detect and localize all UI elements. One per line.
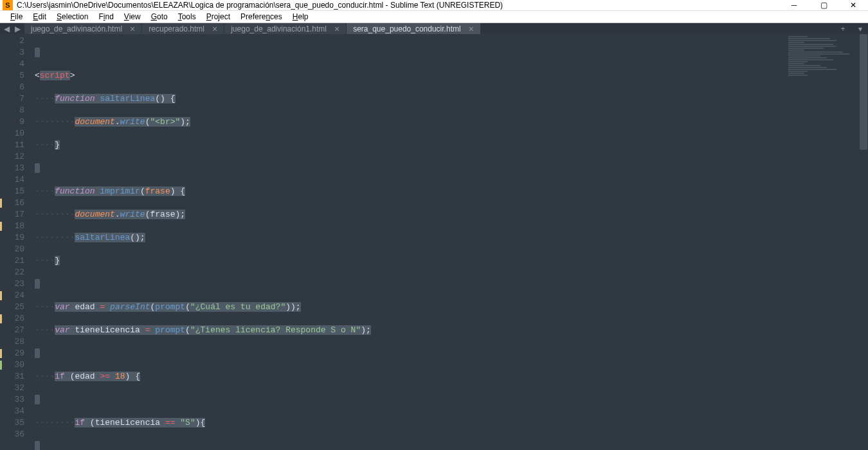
line-number: 19: [0, 232, 24, 244]
tab-juego-adivinacion[interactable]: juego_de_adivinación.html ×: [24, 23, 142, 34]
window-title: C:\Users\jasmin\OneDrive\Documentos\ELEA…: [17, 1, 779, 10]
close-icon[interactable]: ×: [212, 24, 217, 34]
tab-label: sera_que_puedo_conducir.html: [353, 24, 460, 33]
menu-file[interactable]: File: [5, 11, 28, 22]
line-number: 24: [0, 290, 24, 302]
line-number: 14: [0, 174, 24, 186]
menu-goto[interactable]: Goto: [146, 11, 173, 22]
line-number: 22: [0, 267, 24, 278]
line-number: 32: [0, 382, 24, 394]
menu-edit[interactable]: Edit: [28, 11, 51, 22]
tab-history-nav: ◀ ▶: [0, 23, 24, 34]
line-number: 5: [0, 70, 24, 82]
app-icon: S: [3, 0, 13, 10]
nav-back-icon[interactable]: ◀: [4, 24, 10, 33]
line-number: 17: [0, 209, 24, 221]
line-number: 16: [0, 197, 24, 209]
line-number: 2: [0, 35, 24, 47]
menu-project[interactable]: Project: [201, 11, 235, 22]
line-number: 6: [0, 82, 24, 93]
tab-sera-que-puedo-conducir[interactable]: sera_que_puedo_conducir.html ×: [347, 23, 481, 34]
window-controls: ─ ▢ ✕: [779, 0, 868, 10]
line-number: 26: [0, 313, 24, 325]
line-number: 8: [0, 105, 24, 116]
line-number: 3: [0, 47, 24, 59]
tab-dropdown-icon[interactable]: ▾: [853, 23, 868, 34]
line-number: 27: [0, 325, 24, 336]
tab-juego-adivinacion1[interactable]: juego_de_adivinación1.html ×: [224, 23, 347, 34]
minimize-button[interactable]: ─: [779, 0, 809, 10]
line-number: 18: [0, 221, 24, 232]
line-number: 9: [0, 116, 24, 128]
editor[interactable]: 2 3 4 5 6 7 8 9 10 11 12 13 14 15 16 17 …: [0, 34, 868, 450]
tab-label: juego_de_adivinación.html: [31, 24, 122, 33]
titlebar: S C:\Users\jasmin\OneDrive\Documentos\EL…: [0, 0, 868, 11]
line-number: 35: [0, 417, 24, 429]
menu-preferences[interactable]: Preferences: [235, 11, 287, 22]
code-area[interactable]: <script> ····function·saltarLinea()·{ ··…: [30, 34, 868, 450]
line-number: 13: [0, 163, 24, 174]
line-number: 30: [0, 359, 24, 371]
close-icon[interactable]: ×: [334, 24, 339, 34]
menu-selection[interactable]: Selection: [51, 11, 93, 22]
vertical-scrollbar[interactable]: [859, 34, 868, 450]
tab-label: recuperado.html: [149, 24, 204, 33]
maximize-button[interactable]: ▢: [809, 0, 838, 10]
menu-tools[interactable]: Tools: [173, 11, 201, 22]
menubar: File Edit Selection Find View Goto Tools…: [0, 11, 868, 23]
nav-forward-icon[interactable]: ▶: [15, 24, 21, 33]
tab-label: juego_de_adivinación1.html: [231, 24, 327, 33]
line-number: 10: [0, 128, 24, 140]
line-number: 25: [0, 302, 24, 313]
new-tab-button[interactable]: +: [833, 23, 853, 34]
line-number: 29: [0, 348, 24, 359]
scrollbar-thumb[interactable]: [860, 34, 867, 150]
menu-find[interactable]: Find: [93, 11, 118, 22]
line-number: 15: [0, 186, 24, 197]
line-number: 36: [0, 429, 24, 440]
line-number: 31: [0, 371, 24, 382]
line-number: 20: [0, 244, 24, 255]
line-number: 12: [0, 151, 24, 163]
line-number: 4: [0, 59, 24, 70]
line-number: 11: [0, 140, 24, 151]
tab-recuperado[interactable]: recuperado.html ×: [142, 23, 224, 34]
tabbar: ◀ ▶ juego_de_adivinación.html × recupera…: [0, 23, 868, 34]
line-number: 7: [0, 93, 24, 105]
close-button[interactable]: ✕: [838, 0, 868, 10]
close-icon[interactable]: ×: [130, 24, 135, 34]
close-icon[interactable]: ×: [469, 24, 474, 34]
line-number: 28: [0, 336, 24, 348]
line-number: 21: [0, 255, 24, 267]
line-number: 34: [0, 406, 24, 417]
gutter: 2 3 4 5 6 7 8 9 10 11 12 13 14 15 16 17 …: [0, 34, 30, 450]
line-number: 33: [0, 394, 24, 406]
menu-view[interactable]: View: [119, 11, 146, 22]
menu-help[interactable]: Help: [287, 11, 314, 22]
line-number: 23: [0, 278, 24, 290]
